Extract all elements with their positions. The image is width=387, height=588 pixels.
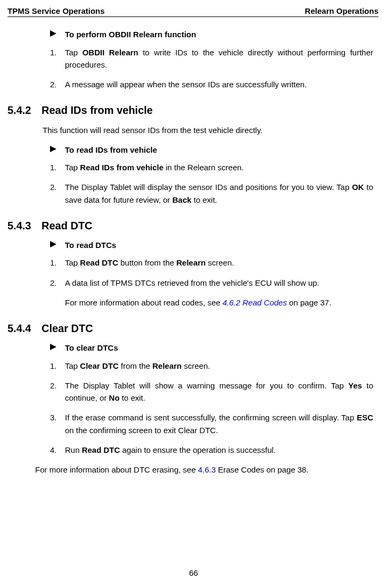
item-number: 2. (50, 78, 65, 90)
list-item: 1. Tap Read IDs from vehicle in the Rele… (50, 161, 373, 173)
item-number: 2. (50, 181, 65, 206)
arrow-icon (50, 29, 65, 40)
item-text: Tap Clear DTC from the Relearn screen. (65, 360, 373, 372)
list-item: 3. If the erase command is sent successf… (50, 411, 373, 436)
section-heading-542: 5.4.2 Read IDs from vehicle (7, 104, 378, 117)
page-header: TPMS Service Operations Relearn Operatio… (7, 6, 378, 17)
header-right: Relearn Operations (305, 6, 378, 15)
item-number: 1. (50, 46, 65, 71)
item-number: 2. (50, 277, 65, 289)
item-text: If the erase command is sent successfull… (65, 411, 373, 436)
list-item: 2. The Display Tablet will display the s… (50, 181, 373, 206)
section-heading-543: 5.4.3 Read DTC (7, 220, 378, 232)
section-title: Clear DTC (42, 322, 93, 335)
section-title: Read DTC (42, 220, 93, 232)
section-number: 5.4.2 (7, 104, 42, 117)
list-item: 1. Tap Read DTC button from the Relearn … (50, 256, 373, 269)
intro-paragraph: This function will read sensor IDs from … (43, 124, 373, 136)
arrow-icon (50, 144, 65, 155)
arrow-icon (50, 342, 65, 353)
cross-reference-link[interactable]: 4.6.2 Read Codes (223, 298, 287, 307)
item-number: 1. (50, 360, 65, 372)
item-text: Tap Read DTC button from the Relearn scr… (65, 256, 373, 269)
item-text: A message will appear when the sensor ID… (65, 78, 373, 90)
item-text: Tap Read IDs from vehicle in the Relearn… (65, 161, 373, 173)
list-item: 2. A message will appear when the sensor… (50, 78, 373, 90)
procedure-title: To read IDs from vehicle (65, 144, 157, 156)
list-item: 2. The Display Tablet will show a warnin… (50, 379, 373, 404)
svg-marker-3 (50, 344, 56, 350)
section-title: Read IDs from vehicle (42, 104, 153, 117)
section-number: 5.4.4 (7, 322, 42, 335)
item-text: The Display Tablet will display the sens… (65, 181, 373, 206)
list-item: 1. Tap Clear DTC from the Relearn screen… (50, 360, 373, 372)
arrow-icon (50, 239, 65, 251)
procedure-heading-readids: To read IDs from vehicle (50, 144, 378, 156)
procedure-heading-cleardtc: To clear DTCs (50, 342, 378, 354)
section-heading-544: 5.4.4 Clear DTC (7, 322, 378, 335)
section-number: 5.4.3 (7, 220, 42, 232)
list-item: 2. A data list of TPMS DTCs retrieved fr… (50, 277, 373, 289)
list-item: 1. Tap OBDII Relearn to write IDs to the… (50, 46, 373, 71)
list-item: 4. Run Read DTC again to ensure the oper… (50, 444, 373, 456)
procedure-title: To perform OBDII Relearn function (65, 29, 196, 41)
procedure-heading-readdtc: To read DTCs (50, 239, 378, 252)
header-left: TPMS Service Operations (7, 6, 105, 15)
procedure-heading-obdii: To perform OBDII Relearn function (50, 29, 378, 41)
item-text: Tap OBDII Relearn to write IDs to the ve… (65, 46, 373, 71)
item-number: 1. (50, 161, 65, 173)
svg-marker-0 (50, 30, 56, 37)
item-number: 4. (50, 444, 65, 456)
svg-marker-2 (50, 241, 56, 247)
svg-marker-1 (50, 146, 56, 152)
item-text: A data list of TPMS DTCs retrieved from … (65, 277, 373, 289)
cross-reference-para: For more information about DTC erasing, … (35, 463, 373, 476)
item-number: 3. (50, 411, 65, 436)
cross-reference-para: For more information about read codes, s… (65, 296, 373, 309)
page-number: 66 (0, 568, 387, 577)
item-text: The Display Tablet will show a warning m… (65, 379, 373, 404)
procedure-title: To clear DTCs (65, 342, 118, 354)
procedure-title: To read DTCs (65, 239, 116, 252)
cross-reference-link[interactable]: 4.6.3 (198, 465, 216, 474)
item-number: 1. (50, 256, 65, 269)
item-text: Run Read DTC again to ensure the operati… (65, 444, 373, 456)
item-number: 2. (50, 379, 65, 404)
